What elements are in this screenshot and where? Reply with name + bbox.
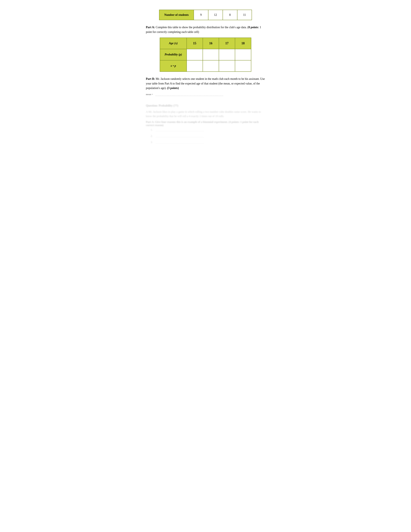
age-value-15: 15 [187,38,203,49]
age-row-header: Age (x) [160,38,187,49]
probability-row-header: Probability (p) [160,49,187,60]
blurred-dot-line-2 [156,135,204,138]
xp-value-1[interactable] [187,60,203,72]
blurred-list-num-3: 3. [151,141,154,144]
summary-table: Number of students 9 12 8 11 [159,10,252,20]
blurred-list-num-2: 2. [151,135,154,138]
part-b-instruction: Part B: Mr. Jackson randomly selects one… [146,76,265,90]
distribution-table: Age (x) 15 16 17 18 Probability (p) [160,38,251,72]
summary-value-4: 11 [237,10,252,20]
blurred-list-num-1: 1. [151,128,154,131]
summary-table-wrapper: Number of students 9 12 8 11 [146,10,265,20]
part-a-text: Complete this table to show the probabil… [155,26,248,29]
answer-line: mean = [146,93,265,96]
probability-row: Probability (p) [160,49,251,60]
blurred-list-item-2: 2. [151,135,265,138]
part-b-text: Mr. Jackson randomly selects one student… [146,77,265,90]
summary-value-1: 9 [194,10,208,20]
blurred-dot-line-1 [156,128,204,131]
blurred-section: Question: Probability (??) A Mr. Jackson… [146,104,265,143]
part-b-points: (3 points) [166,86,179,90]
xp-value-4[interactable] [235,60,251,72]
age-value-16: 16 [203,38,219,49]
blurred-list: 1. 2. 3. [146,128,265,144]
prob-value-4[interactable] [235,49,251,60]
summary-header-cell: Number of students [159,10,194,20]
answer-label: mean = [146,93,154,96]
blurred-list-item-3: 3. [151,141,265,144]
xp-value-3[interactable] [219,60,235,72]
summary-value-2: 12 [208,10,223,20]
distribution-table-wrapper: Age (x) 15 16 17 18 Probability (p) [146,38,265,72]
part-a-points: 8 points [248,26,258,29]
blurred-dot-line-3 [156,141,204,144]
part-a-instruction: Part A: Complete this table to show the … [146,25,265,34]
blurred-title: Question: Probability (??) [146,104,265,107]
xp-row: x • p [160,60,251,72]
answer-dotted-line [156,93,223,96]
age-value-17: 17 [219,38,235,49]
blurred-list-item-1: 1. [151,128,265,131]
part-a-label: Part A: [146,26,155,29]
summary-value-3: 8 [223,10,237,20]
part-b-label: Part B: [146,77,155,80]
prob-value-2[interactable] [203,49,219,60]
age-row: Age (x) 15 16 17 18 [160,38,251,49]
blurred-text-1: A Mr. Jackson likes to play a game in wh… [146,110,265,118]
xp-row-header: x • p [160,60,187,72]
prob-value-3[interactable] [219,49,235,60]
age-value-18: 18 [235,38,251,49]
blurred-part-a-label: Part A: Give four reasons this is an exa… [146,120,265,127]
prob-value-1[interactable] [187,49,203,60]
xp-value-2[interactable] [203,60,219,72]
